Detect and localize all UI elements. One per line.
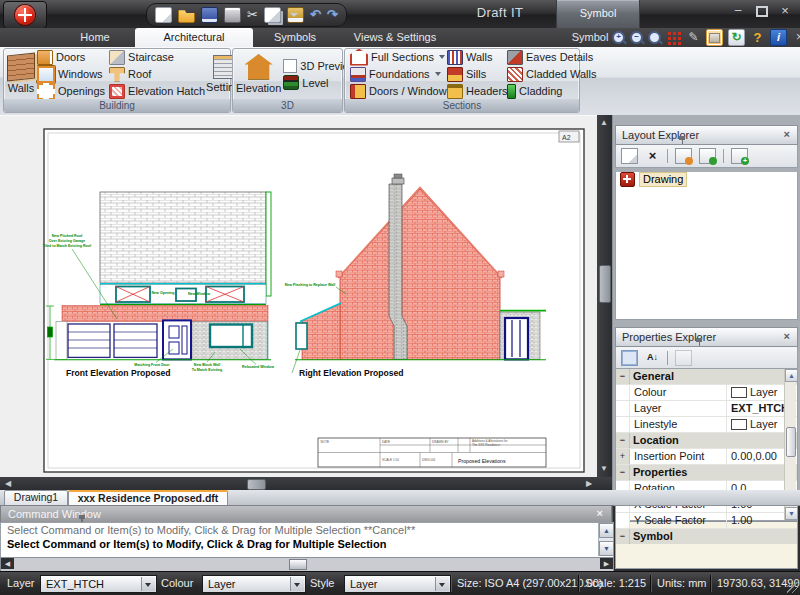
tab-architectural[interactable]: Architectural bbox=[135, 28, 253, 47]
canvas-hscrollbar[interactable]: ◀ ▶ bbox=[0, 477, 612, 490]
scroll-up-arrow[interactable]: ▲ bbox=[599, 523, 614, 538]
elevation-button[interactable]: Elevation bbox=[236, 50, 281, 98]
scroll-up-arrow[interactable]: ▲ bbox=[785, 369, 798, 382]
property-linestyle[interactable]: LinestyleLayer bbox=[616, 417, 797, 433]
vscroll-thumb[interactable] bbox=[599, 265, 611, 303]
scroll-up-arrow[interactable]: ▲ bbox=[597, 116, 611, 130]
dropdown-arrow-icon[interactable] bbox=[435, 577, 449, 591]
close-button[interactable]: × bbox=[775, 4, 795, 18]
cut-icon[interactable]: ✂ bbox=[247, 8, 258, 22]
scroll-down-arrow[interactable]: ▼ bbox=[599, 541, 614, 556]
drawing-view-icon[interactable] bbox=[706, 29, 723, 46]
dropdown-arrow-icon[interactable] bbox=[141, 577, 155, 591]
walls-button[interactable]: Walls bbox=[7, 50, 35, 98]
sketch-icon[interactable]: ✎ bbox=[686, 30, 701, 45]
drawing-svg[interactable]: A2 bbox=[0, 116, 597, 478]
headers-button[interactable]: Headers bbox=[445, 83, 505, 99]
properties-scroll-thumb[interactable] bbox=[786, 427, 796, 457]
help-icon[interactable]: ? bbox=[750, 30, 765, 45]
doc-tab-drawing1[interactable]: Drawing1 bbox=[4, 490, 68, 506]
elevation-hatch-button[interactable]: Elevation Hatch bbox=[107, 83, 206, 99]
property-y-scale[interactable]: Y Scale Factor1.00 bbox=[616, 513, 797, 529]
new-icon[interactable] bbox=[155, 7, 172, 23]
section-walls-button[interactable]: Walls bbox=[445, 49, 505, 65]
tab-symbols[interactable]: Symbols bbox=[255, 28, 335, 47]
doors-windows-button[interactable]: Doors / Windows bbox=[348, 83, 445, 99]
command-vscrollbar[interactable]: ▲ ▼ bbox=[598, 523, 613, 556]
insert-layout-icon[interactable]: + bbox=[731, 148, 748, 164]
doors-button[interactable]: Doors bbox=[35, 49, 107, 65]
undo-icon[interactable]: ↶ bbox=[310, 8, 321, 22]
cladded-walls-button[interactable]: Cladded Walls bbox=[505, 66, 577, 82]
resize-grip[interactable] bbox=[787, 582, 798, 593]
category-location[interactable]: −Location bbox=[616, 433, 797, 449]
qat-overflow-caret[interactable] bbox=[290, 13, 298, 17]
tab-views-settings[interactable]: Views & Settings bbox=[335, 28, 455, 47]
info-icon[interactable]: i bbox=[770, 29, 787, 46]
scroll-down-arrow[interactable]: ▼ bbox=[785, 507, 798, 520]
snap-grid-icon[interactable] bbox=[666, 30, 681, 45]
category-properties[interactable]: −Properties bbox=[616, 465, 797, 481]
panel-close-icon[interactable]: × bbox=[784, 129, 790, 139]
print-icon[interactable] bbox=[224, 7, 241, 23]
openings-button[interactable]: Openings bbox=[35, 83, 107, 99]
full-sections-button[interactable]: Full Sections bbox=[348, 49, 445, 65]
minimize-button[interactable]: – bbox=[728, 4, 748, 18]
property-layer[interactable]: LayerEXT_HTCH bbox=[616, 401, 797, 417]
sort-az-icon[interactable]: A↓ bbox=[645, 351, 660, 365]
category-symbol[interactable]: −Symbol bbox=[616, 529, 797, 544]
contextual-tab-group[interactable]: Symbol bbox=[556, 0, 640, 29]
zoom-in-icon[interactable]: + bbox=[612, 31, 625, 44]
property-colour[interactable]: ColourLayer bbox=[616, 385, 797, 401]
pin-icon[interactable] bbox=[695, 338, 703, 346]
open-icon[interactable] bbox=[178, 7, 195, 23]
close-ribbon-icon[interactable]: × bbox=[792, 30, 800, 45]
panel-close-icon[interactable]: × bbox=[597, 508, 603, 518]
scroll-right-arrow[interactable]: ▶ bbox=[600, 558, 613, 569]
pin-icon[interactable] bbox=[678, 136, 686, 144]
maximize-button[interactable] bbox=[752, 4, 772, 18]
tab-home[interactable]: Home bbox=[55, 28, 135, 47]
colour-dropdown[interactable]: Layer bbox=[202, 575, 306, 593]
refresh-layout-icon[interactable] bbox=[699, 148, 716, 164]
redo-icon[interactable]: ↷ bbox=[327, 8, 338, 22]
windows-button[interactable]: Windows bbox=[35, 66, 107, 82]
category-general[interactable]: −General bbox=[616, 369, 797, 385]
delete-layout-icon[interactable]: × bbox=[645, 149, 660, 163]
canvas-vscrollbar[interactable]: ▲ ▼ bbox=[597, 115, 612, 477]
drawing-canvas[interactable]: A2 bbox=[0, 115, 597, 478]
style-dropdown[interactable]: Layer bbox=[344, 575, 451, 593]
copy-icon[interactable] bbox=[264, 7, 281, 23]
save-icon[interactable] bbox=[201, 7, 218, 23]
foundations-button[interactable]: Foundations bbox=[348, 66, 445, 82]
application-menu-button[interactable] bbox=[3, 1, 47, 29]
panel-close-icon[interactable]: × bbox=[784, 331, 790, 341]
dropdown-arrow-icon[interactable] bbox=[290, 577, 304, 591]
layout-explorer-titlebar[interactable]: Layout Explorer × bbox=[615, 125, 798, 145]
scroll-left-arrow[interactable]: ◀ bbox=[1, 477, 15, 491]
command-hscrollbar[interactable]: ◀ ▶ bbox=[0, 557, 614, 572]
hscroll-thumb[interactable] bbox=[247, 479, 266, 490]
sills-button[interactable]: Sills bbox=[445, 66, 505, 82]
scroll-left-arrow[interactable]: ◀ bbox=[1, 558, 14, 569]
command-hscroll-thumb[interactable] bbox=[289, 559, 307, 570]
new-layout-icon[interactable] bbox=[621, 148, 638, 164]
categorized-view-icon[interactable] bbox=[621, 350, 638, 366]
layer-dropdown[interactable]: EXT_HTCH bbox=[40, 575, 157, 593]
layout-item-drawing[interactable]: Drawing bbox=[620, 172, 797, 187]
staircase-button[interactable]: Staircase bbox=[107, 49, 206, 65]
scroll-right-arrow[interactable]: ▶ bbox=[582, 477, 596, 491]
property-insertion-point[interactable]: +Insertion Point0.00,0.00 bbox=[616, 449, 797, 465]
zoom-extents-icon[interactable] bbox=[648, 31, 661, 44]
command-history[interactable]: Select Command or Item(s) to Modify, Cli… bbox=[0, 522, 614, 559]
properties-explorer-titlebar[interactable]: Properties Explorer × bbox=[615, 327, 798, 347]
roof-button[interactable]: Roof bbox=[107, 66, 206, 82]
level-icon bbox=[283, 75, 299, 90]
scroll-down-arrow[interactable]: ▼ bbox=[597, 462, 611, 476]
zoom-out-icon[interactable]: − bbox=[630, 31, 643, 44]
export-layout-icon[interactable] bbox=[675, 148, 692, 164]
regenerate-icon[interactable]: ↻ bbox=[728, 29, 745, 46]
cladding-button[interactable]: Cladding bbox=[505, 83, 577, 99]
eaves-details-button[interactable]: Eaves Details bbox=[505, 49, 577, 65]
cladding-icon bbox=[507, 84, 516, 99]
